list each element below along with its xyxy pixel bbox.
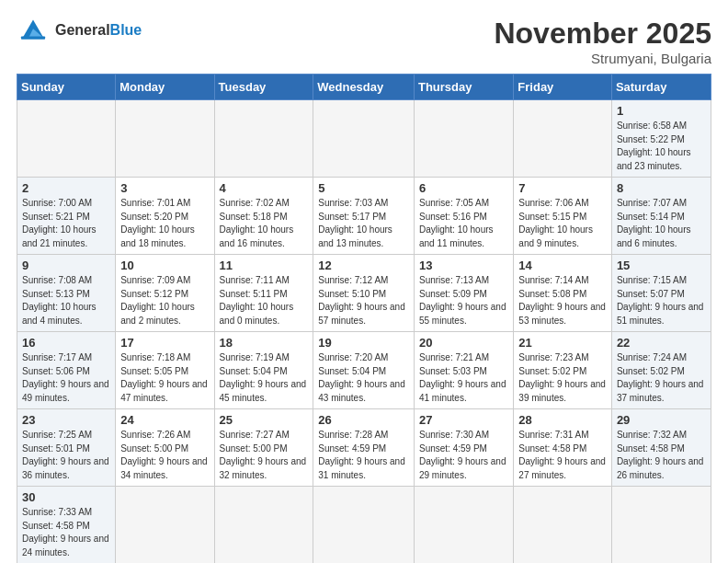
day-info: Sunrise: 7:03 AM Sunset: 5:17 PM Dayligh… (318, 197, 409, 250)
day-info: Sunrise: 7:25 AM Sunset: 5:01 PM Dayligh… (22, 429, 110, 482)
day-info: Sunrise: 7:33 AM Sunset: 4:58 PM Dayligh… (22, 506, 110, 559)
day-info: Sunrise: 7:11 AM Sunset: 5:11 PM Dayligh… (220, 274, 309, 327)
calendar-cell (214, 487, 313, 564)
day-info: Sunrise: 7:02 AM Sunset: 5:18 PM Dayligh… (220, 197, 309, 250)
calendar-cell (17, 100, 116, 178)
col-header-monday: Monday (116, 75, 214, 100)
calendar-cell: 16Sunrise: 7:17 AM Sunset: 5:06 PM Dayli… (17, 332, 116, 409)
day-number: 4 (220, 181, 309, 195)
day-number: 28 (518, 413, 607, 427)
page: GeneralBlue November 2025 Strumyani, Bul… (0, 0, 728, 563)
day-number: 7 (518, 181, 607, 195)
day-number: 3 (120, 181, 209, 195)
day-number: 14 (518, 259, 607, 272)
day-info: Sunrise: 6:58 AM Sunset: 5:22 PM Dayligh… (617, 120, 706, 173)
col-header-saturday: Saturday (611, 75, 711, 100)
day-number: 21 (518, 336, 607, 350)
day-info: Sunrise: 7:01 AM Sunset: 5:20 PM Dayligh… (120, 197, 209, 250)
day-info: Sunrise: 7:23 AM Sunset: 5:02 PM Dayligh… (518, 351, 607, 405)
calendar-week-2: 9Sunrise: 7:08 AM Sunset: 5:13 PM Daylig… (17, 255, 711, 332)
day-info: Sunrise: 7:24 AM Sunset: 5:02 PM Dayligh… (617, 351, 706, 405)
calendar-cell: 6Sunrise: 7:05 AM Sunset: 5:16 PM Daylig… (414, 178, 513, 255)
calendar-cell: 30Sunrise: 7:33 AM Sunset: 4:58 PM Dayli… (17, 487, 116, 564)
day-info: Sunrise: 7:15 AM Sunset: 5:07 PM Dayligh… (617, 274, 706, 327)
col-header-tuesday: Tuesday (214, 75, 313, 100)
calendar-cell: 19Sunrise: 7:20 AM Sunset: 5:04 PM Dayli… (313, 332, 415, 409)
calendar-cell: 8Sunrise: 7:07 AM Sunset: 5:14 PM Daylig… (611, 178, 711, 255)
day-number: 16 (22, 336, 110, 350)
calendar-cell: 24Sunrise: 7:26 AM Sunset: 5:00 PM Dayli… (116, 409, 214, 487)
day-info: Sunrise: 7:06 AM Sunset: 5:15 PM Dayligh… (518, 197, 607, 250)
day-number: 8 (617, 181, 706, 195)
day-info: Sunrise: 7:31 AM Sunset: 4:58 PM Dayligh… (518, 429, 607, 482)
calendar-cell: 14Sunrise: 7:14 AM Sunset: 5:08 PM Dayli… (514, 255, 612, 332)
col-header-wednesday: Wednesday (313, 75, 415, 100)
day-info: Sunrise: 7:28 AM Sunset: 4:59 PM Dayligh… (318, 429, 409, 482)
day-number: 23 (22, 413, 110, 427)
calendar-cell (611, 487, 711, 564)
col-header-thursday: Thursday (414, 75, 513, 100)
day-number: 17 (120, 336, 209, 350)
month-title: November 2025 (494, 17, 711, 51)
calendar-cell: 22Sunrise: 7:24 AM Sunset: 5:02 PM Dayli… (611, 332, 711, 409)
calendar-cell: 11Sunrise: 7:11 AM Sunset: 5:11 PM Dayli… (214, 255, 313, 332)
calendar-cell: 25Sunrise: 7:27 AM Sunset: 5:00 PM Dayli… (214, 409, 313, 487)
calendar-week-1: 2Sunrise: 7:00 AM Sunset: 5:21 PM Daylig… (17, 178, 711, 255)
day-number: 26 (318, 413, 409, 427)
logo-text: GeneralBlue (55, 22, 142, 39)
day-number: 6 (419, 181, 508, 195)
day-number: 10 (120, 259, 209, 272)
day-number: 22 (617, 336, 706, 350)
calendar-week-5: 30Sunrise: 7:33 AM Sunset: 4:58 PM Dayli… (17, 487, 711, 564)
day-number: 27 (419, 413, 508, 427)
day-number: 15 (617, 259, 706, 272)
calendar-cell: 4Sunrise: 7:02 AM Sunset: 5:18 PM Daylig… (214, 178, 313, 255)
day-number: 5 (318, 181, 409, 195)
calendar-cell: 18Sunrise: 7:19 AM Sunset: 5:04 PM Dayli… (214, 332, 313, 409)
calendar-cell: 12Sunrise: 7:12 AM Sunset: 5:10 PM Dayli… (313, 255, 415, 332)
col-header-sunday: Sunday (17, 75, 116, 100)
day-number: 29 (617, 413, 706, 427)
calendar-cell (116, 487, 214, 564)
calendar-cell (313, 100, 415, 178)
calendar-cell (414, 100, 513, 178)
day-info: Sunrise: 7:20 AM Sunset: 5:04 PM Dayligh… (318, 351, 409, 405)
day-info: Sunrise: 7:05 AM Sunset: 5:16 PM Dayligh… (419, 197, 508, 250)
calendar-cell (414, 487, 513, 564)
calendar-header-row: SundayMondayTuesdayWednesdayThursdayFrid… (17, 75, 711, 100)
calendar-cell (514, 487, 612, 564)
calendar-cell: 28Sunrise: 7:31 AM Sunset: 4:58 PM Dayli… (514, 409, 612, 487)
day-number: 1 (617, 104, 706, 118)
calendar-cell: 27Sunrise: 7:30 AM Sunset: 4:59 PM Dayli… (414, 409, 513, 487)
col-header-friday: Friday (514, 75, 612, 100)
day-number: 2 (22, 181, 110, 195)
calendar-cell: 3Sunrise: 7:01 AM Sunset: 5:20 PM Daylig… (116, 178, 214, 255)
day-info: Sunrise: 7:18 AM Sunset: 5:05 PM Dayligh… (120, 351, 209, 405)
calendar-cell: 29Sunrise: 7:32 AM Sunset: 4:58 PM Dayli… (611, 409, 711, 487)
day-number: 9 (22, 259, 110, 272)
day-info: Sunrise: 7:08 AM Sunset: 5:13 PM Dayligh… (22, 274, 110, 327)
day-info: Sunrise: 7:09 AM Sunset: 5:12 PM Dayligh… (120, 274, 209, 327)
calendar-cell: 20Sunrise: 7:21 AM Sunset: 5:03 PM Dayli… (414, 332, 513, 409)
day-number: 25 (220, 413, 309, 427)
day-info: Sunrise: 7:19 AM Sunset: 5:04 PM Dayligh… (220, 351, 309, 405)
calendar-cell: 13Sunrise: 7:13 AM Sunset: 5:09 PM Dayli… (414, 255, 513, 332)
calendar-week-4: 23Sunrise: 7:25 AM Sunset: 5:01 PM Dayli… (17, 409, 711, 487)
calendar-cell: 23Sunrise: 7:25 AM Sunset: 5:01 PM Dayli… (17, 409, 116, 487)
calendar-cell (214, 100, 313, 178)
day-number: 30 (22, 490, 110, 504)
calendar-cell: 5Sunrise: 7:03 AM Sunset: 5:17 PM Daylig… (313, 178, 415, 255)
day-number: 13 (419, 259, 508, 272)
calendar-cell: 15Sunrise: 7:15 AM Sunset: 5:07 PM Dayli… (611, 255, 711, 332)
calendar-cell: 10Sunrise: 7:09 AM Sunset: 5:12 PM Dayli… (116, 255, 214, 332)
day-number: 12 (318, 259, 409, 272)
day-number: 11 (220, 259, 309, 272)
logo-icon (17, 17, 50, 44)
day-info: Sunrise: 7:30 AM Sunset: 4:59 PM Dayligh… (419, 429, 508, 482)
day-info: Sunrise: 7:27 AM Sunset: 5:00 PM Dayligh… (220, 429, 309, 482)
day-info: Sunrise: 7:26 AM Sunset: 5:00 PM Dayligh… (120, 429, 209, 482)
calendar-cell (514, 100, 612, 178)
calendar-cell: 7Sunrise: 7:06 AM Sunset: 5:15 PM Daylig… (514, 178, 612, 255)
day-info: Sunrise: 7:32 AM Sunset: 4:58 PM Dayligh… (617, 429, 706, 482)
day-info: Sunrise: 7:12 AM Sunset: 5:10 PM Dayligh… (318, 274, 409, 327)
